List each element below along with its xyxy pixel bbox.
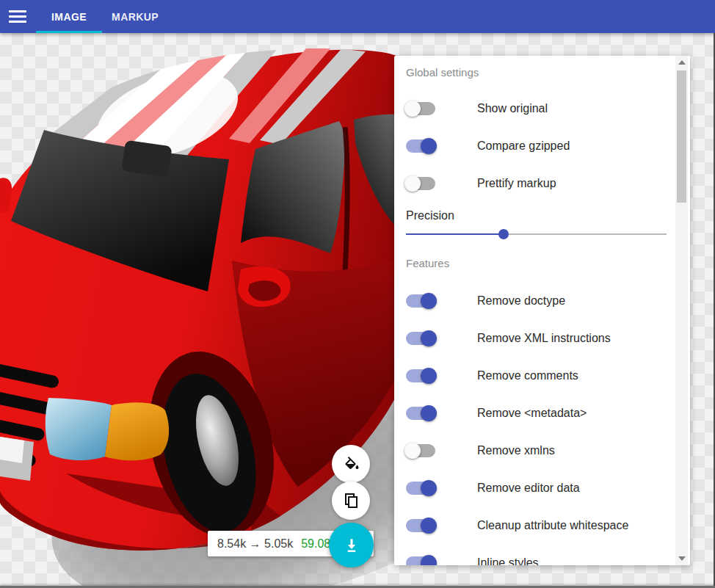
tab-image-label: IMAGE <box>51 11 87 23</box>
paint-bucket-icon <box>342 455 360 473</box>
toggle-row-remove-xml-instructions[interactable]: Remove XML instructions <box>406 321 668 356</box>
download-icon <box>342 536 361 555</box>
inline-styles-toggle[interactable] <box>406 556 435 565</box>
download-button[interactable] <box>329 523 374 567</box>
toggle-row-prettify-markup[interactable]: Prettify markup <box>406 166 668 201</box>
size-before-after: 8.54k → 5.05k <box>217 537 293 551</box>
cleanup-attribute-whitespace-toggle[interactable] <box>406 519 435 532</box>
tab-markup-label: MARKUP <box>112 11 159 23</box>
toggle-row-remove-xmlns[interactable]: Remove xmlns <box>406 433 668 468</box>
remove-xmlns-toggle[interactable] <box>406 444 435 457</box>
remove-comments-toggle[interactable] <box>406 369 435 382</box>
precision-label: Precision <box>406 209 454 222</box>
toggle-row-remove-comments[interactable]: Remove comments <box>406 358 668 393</box>
precision-slider[interactable] <box>406 229 667 239</box>
scrollbar-thumb[interactable] <box>677 70 686 203</box>
features-title: Features <box>406 257 449 269</box>
scrollbar-down-arrow-icon[interactable] <box>678 556 686 561</box>
tab-markup[interactable]: MARKUP <box>102 0 168 33</box>
menu-button[interactable] <box>0 0 35 33</box>
copy-icon <box>342 492 360 509</box>
compare-gzipped-toggle[interactable] <box>406 139 435 153</box>
prettify-markup-toggle[interactable] <box>406 177 435 190</box>
scrollbar-up-arrow-icon[interactable] <box>678 60 686 65</box>
view-tabs: IMAGE MARKUP <box>36 0 168 33</box>
settings-panel: Global settings Show original Compare gz… <box>394 56 690 565</box>
precision-slider-thumb[interactable] <box>498 229 509 239</box>
toggle-row-remove-doctype[interactable]: Remove doctype <box>406 283 668 319</box>
remove-metadata-toggle[interactable] <box>406 407 435 420</box>
toggle-row-inline-styles[interactable]: Inline styles <box>406 545 668 565</box>
toggle-row-cleanup-attribute-whitespace[interactable]: Cleanup attribute whitespace <box>406 508 668 543</box>
remove-xml-instructions-toggle[interactable] <box>406 332 435 345</box>
global-settings-title: Global settings <box>406 66 479 79</box>
toggle-row-show-original[interactable]: Show original <box>406 91 668 126</box>
remove-doctype-toggle[interactable] <box>406 294 435 308</box>
precision-slider-fill <box>406 233 504 235</box>
toggle-row-remove-editor-data[interactable]: Remove editor data <box>406 471 668 506</box>
show-original-toggle[interactable] <box>406 102 435 115</box>
tab-image[interactable]: IMAGE <box>36 0 102 33</box>
copy-button[interactable] <box>332 482 370 520</box>
remove-editor-data-toggle[interactable] <box>406 482 435 495</box>
svgomg-app: IMAGE MARKUP 8.54k → 5.05k 59.08% <box>0 0 715 588</box>
theme-button[interactable] <box>332 445 370 483</box>
app-bar: IMAGE MARKUP <box>0 0 715 33</box>
panel-scrollbar[interactable] <box>675 56 688 565</box>
active-tab-underline <box>36 31 102 33</box>
hamburger-icon <box>9 10 26 23</box>
toggle-row-remove-metadata[interactable]: Remove <metadata> <box>406 396 668 431</box>
toggle-row-compare-gzipped[interactable]: Compare gzipped <box>406 128 668 164</box>
